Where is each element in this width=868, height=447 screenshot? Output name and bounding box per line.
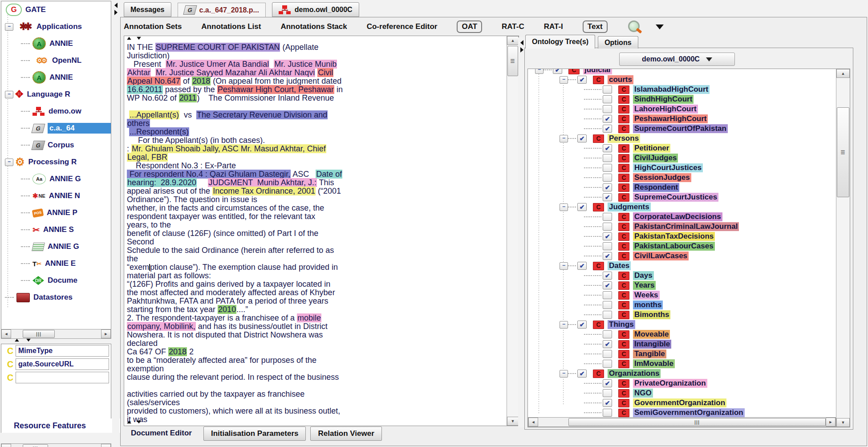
checkbox-years[interactable] (603, 281, 612, 289)
checkbox-persons[interactable] (577, 134, 587, 142)
checkbox-supremecourtjustices[interactable] (603, 193, 612, 201)
ontology-hscrollbar[interactable]: ◄ ||| ► (528, 417, 836, 427)
collapse-up-icon[interactable] (127, 37, 131, 40)
main-splitter[interactable] (112, 0, 119, 447)
sidebar-item-processing-r[interactable]: ⚙Processing R (1, 154, 111, 171)
document-text[interactable]: IN THE SUPREME COURT OF PAKISTAN (Appell… (124, 36, 507, 426)
scrollbar-thumb[interactable]: ||| (568, 418, 826, 426)
collapse-down-icon[interactable] (137, 421, 141, 423)
toolbar-rat-i[interactable]: RAT-I (544, 22, 563, 31)
checkbox-sindhhighcourt[interactable] (603, 95, 612, 103)
annotation-highlight[interactable]: For respondent No.4 : Qazi Ghulam Dasteg… (127, 170, 291, 179)
annotation-highlight[interactable]: SUPREME COURT OF PAKISTAN (155, 43, 280, 52)
toolbar-annotations-list[interactable]: Annotations List (201, 22, 261, 31)
sidebar-item-annie-g[interactable]: ANNIE G (1, 238, 111, 255)
collapse-right-icon[interactable] (114, 10, 118, 15)
scroll-right-icon[interactable]: ► (826, 418, 836, 427)
sidebar-item-annie[interactable]: AANNIE (1, 69, 111, 86)
annotation-highlight[interactable]: mobile (297, 313, 321, 322)
chevron-down-icon[interactable] (656, 24, 664, 29)
doc-splitter-top[interactable] (126, 37, 142, 40)
checkbox-islamabadhighcourt[interactable] (603, 85, 612, 93)
tab-document-editor[interactable]: Document Editor (124, 427, 199, 440)
toolbar-annotations-stack[interactable]: Annotations Stack (280, 22, 347, 31)
tab-initialisation-parameters[interactable]: Initialisation Parameters (203, 427, 306, 441)
sidebar-item-annie-s[interactable]: ✂ANNIE S (1, 221, 111, 238)
toolbar-text[interactable]: Text (583, 20, 608, 33)
checkbox-courts[interactable] (577, 76, 587, 84)
sidebar-item-docume[interactable]: DRDocume (1, 272, 111, 289)
collapse-up-icon[interactable] (15, 339, 19, 341)
features-hscrollbar[interactable]: ◄ ||| ► (1, 443, 111, 447)
scrollbar-thumb[interactable]: ☰ (507, 46, 518, 76)
annotation-highlight[interactable]: company, Mobilink, (127, 322, 196, 331)
checkbox-civiljudges[interactable] (603, 154, 612, 162)
checkbox-respondent[interactable] (603, 183, 612, 191)
checkbox-supremecourtofpakistan[interactable] (603, 125, 612, 133)
scroll-down-icon[interactable]: ▼ (836, 418, 850, 427)
annotation-highlight[interactable]: Akhtar (127, 68, 151, 77)
sidebar-item-opennl[interactable]: ⚙⚙OpenNL (1, 52, 111, 69)
collapse-icon[interactable] (560, 370, 568, 378)
collapse-icon[interactable] (560, 203, 568, 211)
collapse-icon[interactable] (560, 321, 568, 329)
checkbox-weeks[interactable] (603, 291, 612, 299)
annotation-highlight[interactable]: Date of (316, 170, 342, 179)
checkbox-lahorehighcourt[interactable] (603, 105, 612, 113)
annotation-highlight[interactable]: others (127, 119, 150, 128)
annotation-highlight[interactable]: Legal, FBR (127, 153, 168, 162)
feature-value-input[interactable]: MimeType (16, 345, 109, 357)
annotation-highlight[interactable]: Appeal No.647 (127, 77, 181, 85)
tab-c-a-647-2018-p[interactable]: Gc.a._647_2018.p... (178, 3, 266, 17)
ontology-selector-dropdown[interactable]: demo.owl_0000C (619, 53, 735, 66)
scrollbar-thumb[interactable]: ||| (23, 330, 55, 338)
sidebar-item-datastores[interactable]: Datastores (1, 289, 111, 306)
toolbar-annotation-sets[interactable]: Annotation Sets (124, 22, 182, 31)
annotation-highlight[interactable]: Peshawar High Court, Peshawar (217, 85, 334, 94)
collapse-icon[interactable] (560, 135, 568, 142)
checkbox-pakistantaxdecisions[interactable] (603, 232, 612, 240)
checkbox-intangible[interactable] (603, 340, 612, 348)
sidebar-item-demo-ow[interactable]: demo.ow (1, 103, 111, 120)
collapse-left-icon[interactable] (114, 3, 118, 8)
tab-ontology-tree-s[interactable]: Ontology Tree(s) (525, 35, 595, 49)
sidebar-item-annie-e[interactable]: TANNIE E (1, 255, 111, 272)
expander-icon[interactable] (5, 158, 13, 166)
annotation-highlight[interactable]: hearing: 28.9.2020 (127, 178, 197, 187)
annotation-highlight[interactable]: 2018 (168, 347, 187, 356)
tab-options[interactable]: Options (598, 36, 638, 49)
checkbox-peshawarhighcourt[interactable] (603, 115, 612, 123)
scroll-up-icon[interactable]: ▲ (836, 69, 850, 78)
sidebar-item-language-r[interactable]: ✥Language R (1, 86, 111, 103)
tab-demo-owl-0000c[interactable]: demo.owl_0000C (272, 2, 359, 17)
annotation-highlight[interactable]: Mr. Justice Umer Ata Bandial (166, 60, 269, 69)
annotation-highlight[interactable]: JUDGMENT Munib Akhtar, J.: (208, 178, 317, 187)
tab-relation-viewer[interactable]: Relation Viewer (310, 427, 381, 441)
annotation-highlight[interactable]: Income Tax Ordinance, 2001 (212, 187, 316, 195)
checkbox-things[interactable] (577, 321, 587, 329)
annotation-highlight[interactable]: 16.6.2011 (127, 85, 163, 94)
annotation-highlight[interactable]: The Secretary Revenue Division and (196, 110, 328, 119)
checkbox-organizations[interactable] (577, 370, 587, 378)
annotation-highlight[interactable]: 2011 (179, 93, 197, 102)
checkbox-sessionjudges[interactable] (603, 174, 612, 182)
checkbox-highcourtjustices[interactable] (603, 164, 612, 172)
scroll-right-icon[interactable]: ► (101, 444, 111, 447)
collapse-up-icon[interactable] (127, 421, 131, 423)
sidebar-item-gate[interactable]: GGATE (1, 1, 111, 18)
expander-icon[interactable] (5, 23, 13, 31)
checkbox-corporatelawdecisions[interactable] (603, 213, 612, 221)
checkbox-bimonths[interactable] (603, 311, 612, 319)
checkbox-tangible[interactable] (603, 350, 612, 358)
sidebar-item-c-a-64[interactable]: Gc.a._64 (1, 120, 111, 137)
annotation-highlight[interactable]: 2010 (218, 305, 236, 314)
annotation-highlight[interactable]: ...Appellant(s) (129, 110, 179, 119)
toolbar-rat-c[interactable]: RAT-C (502, 22, 524, 31)
checkbox-semigovernmentorganization[interactable] (603, 409, 612, 417)
checkbox-moveable[interactable] (603, 330, 612, 338)
scroll-down-icon[interactable]: ▼ (507, 417, 519, 426)
sidebar-item-annie[interactable]: AANNIE (1, 35, 111, 52)
sidebar-splitter[interactable] (1, 337, 124, 343)
doc-splitter-bottom[interactable] (126, 420, 142, 424)
checkbox-pakistancriminallawjournal[interactable] (603, 223, 612, 231)
